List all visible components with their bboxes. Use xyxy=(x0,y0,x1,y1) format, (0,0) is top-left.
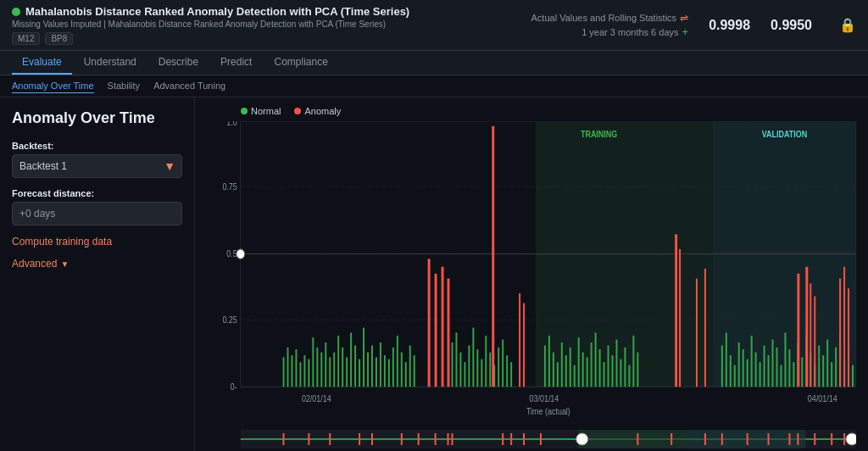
svg-rect-120 xyxy=(696,279,698,387)
main-chart-container: TRAINING VALIDATION 1.0 0.75 0.5 0.25 0- xyxy=(207,121,856,416)
svg-rect-10 xyxy=(287,348,289,387)
svg-rect-106 xyxy=(835,348,837,387)
y-label-3: 0.5 xyxy=(226,248,236,259)
tab-compliance[interactable]: Compliance xyxy=(264,51,337,75)
svg-rect-56 xyxy=(544,345,546,387)
sub-tab-advanced[interactable]: Advanced Tuning xyxy=(153,79,225,93)
header-left: Mahalanobis Distance Ranked Anomaly Dete… xyxy=(12,5,409,45)
legend-normal-label: Normal xyxy=(251,106,281,116)
svg-rect-57 xyxy=(548,336,550,387)
svg-rect-73 xyxy=(615,340,617,387)
x-label-1: 02/01/14 xyxy=(302,393,331,404)
svg-rect-136 xyxy=(359,433,360,445)
svg-rect-47 xyxy=(476,349,478,387)
svg-rect-44 xyxy=(464,362,465,387)
svg-rect-153 xyxy=(788,433,790,445)
svg-rect-66 xyxy=(587,357,588,387)
chevron-down-icon: ▼ xyxy=(60,259,69,269)
backtest-select-wrapper: Backtest 1 ▼ xyxy=(12,154,182,178)
svg-rect-60 xyxy=(561,342,563,387)
svg-rect-126 xyxy=(839,279,841,387)
header: Mahalanobis Distance Ranked Anomaly Dete… xyxy=(0,0,868,51)
x-label-3: 04/01/14 xyxy=(808,393,837,404)
svg-rect-135 xyxy=(329,433,331,445)
left-handle xyxy=(236,249,245,259)
backtest-select[interactable]: Backtest 1 xyxy=(12,154,182,178)
svg-rect-125 xyxy=(814,296,815,387)
svg-rect-55 xyxy=(510,362,512,387)
compute-training-link[interactable]: Compute training data xyxy=(12,236,182,248)
svg-rect-114 xyxy=(442,267,444,387)
svg-rect-155 xyxy=(814,433,815,445)
main-chart-svg: TRAINING VALIDATION 1.0 0.75 0.5 0.25 0- xyxy=(207,121,856,416)
svg-rect-115 xyxy=(448,279,450,387)
svg-rect-63 xyxy=(574,365,576,387)
svg-rect-38 xyxy=(405,362,407,387)
main-content: Anomaly Over Time Backtest: Backtest 1 ▼… xyxy=(0,97,868,451)
legend-normal: Normal xyxy=(241,106,281,116)
svg-rect-9 xyxy=(283,357,285,387)
tab-describe[interactable]: Describe xyxy=(148,51,209,75)
svg-rect-154 xyxy=(797,433,798,445)
svg-rect-123 xyxy=(805,267,808,387)
legend-anomaly-label: Anomaly xyxy=(304,106,341,116)
svg-rect-90 xyxy=(768,355,770,387)
svg-rect-92 xyxy=(776,348,777,387)
header-subtitle: Missing Values Imputed | Mahalanobis Dis… xyxy=(12,19,409,29)
svg-rect-46 xyxy=(472,328,474,387)
rolling-stats-icon: ⇌ xyxy=(680,12,688,24)
svg-rect-147 xyxy=(637,433,638,445)
sub-tab-stability[interactable]: Stability xyxy=(108,79,141,93)
tab-evaluate[interactable]: Evaluate xyxy=(12,51,72,75)
forecast-input[interactable] xyxy=(12,202,182,226)
svg-rect-62 xyxy=(570,348,571,387)
page-title: Anomaly Over Time xyxy=(12,109,182,127)
title-text: Mahalanobis Distance Ranked Anomaly Dete… xyxy=(25,5,409,18)
svg-rect-24 xyxy=(346,357,348,387)
tab-understand[interactable]: Understand xyxy=(74,51,147,75)
svg-rect-49 xyxy=(485,336,487,387)
svg-rect-72 xyxy=(612,355,614,387)
svg-rect-137 xyxy=(371,433,373,445)
svg-rect-65 xyxy=(582,353,584,387)
svg-rect-69 xyxy=(599,349,601,387)
svg-rect-84 xyxy=(743,349,744,387)
advanced-toggle[interactable]: Advanced ▼ xyxy=(12,258,182,270)
backtest-label: Backtest: xyxy=(12,141,182,151)
sub-tab-anomaly[interactable]: Anomaly Over Time xyxy=(12,79,94,93)
svg-rect-142 xyxy=(451,433,453,445)
svg-rect-53 xyxy=(502,340,504,387)
svg-rect-68 xyxy=(595,332,597,387)
timeline-right-handle xyxy=(846,433,856,445)
svg-rect-96 xyxy=(793,362,794,387)
svg-rect-149 xyxy=(704,433,706,445)
svg-rect-141 xyxy=(448,433,449,445)
svg-rect-22 xyxy=(337,336,339,387)
svg-rect-139 xyxy=(418,433,420,445)
svg-rect-128 xyxy=(848,288,849,387)
svg-rect-70 xyxy=(604,362,605,387)
svg-rect-12 xyxy=(295,349,297,387)
svg-rect-41 xyxy=(451,342,453,387)
lock-icon: 🔒 xyxy=(839,17,856,33)
timeline-container: 01/01/13 04/01/14 xyxy=(207,423,856,451)
svg-rect-87 xyxy=(755,353,757,387)
svg-rect-94 xyxy=(784,332,786,387)
svg-rect-42 xyxy=(455,332,457,387)
svg-rect-122 xyxy=(797,274,799,387)
advanced-label: Advanced xyxy=(12,258,57,270)
svg-rect-133 xyxy=(283,433,285,445)
svg-rect-118 xyxy=(675,234,677,387)
status-dot xyxy=(12,8,20,16)
svg-rect-61 xyxy=(565,355,567,387)
svg-rect-34 xyxy=(388,359,390,387)
svg-rect-28 xyxy=(363,328,364,387)
svg-rect-27 xyxy=(359,359,360,387)
svg-rect-89 xyxy=(764,345,765,387)
svg-rect-111 xyxy=(492,126,494,387)
svg-rect-116 xyxy=(519,293,520,387)
tab-predict[interactable]: Predict xyxy=(210,51,262,75)
svg-rect-140 xyxy=(435,433,437,445)
svg-rect-91 xyxy=(772,340,774,387)
svg-rect-77 xyxy=(632,336,634,387)
